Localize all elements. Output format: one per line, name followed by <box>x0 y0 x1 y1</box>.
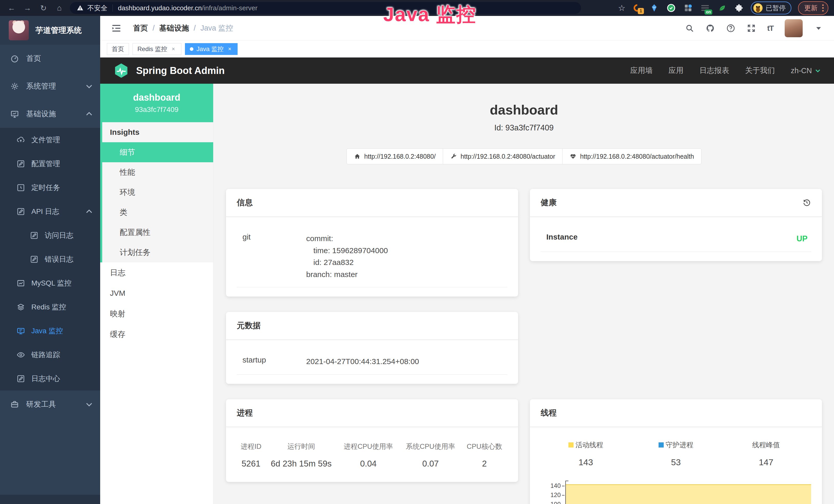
heart-pulse-icon <box>570 153 576 160</box>
sba-item-jvm[interactable]: JVM <box>100 283 213 303</box>
more-menu-icon[interactable] <box>822 4 824 12</box>
ext-leaf-icon[interactable] <box>717 3 727 13</box>
threads-chart: 140 120 100 <box>541 481 811 504</box>
sba-instance-header[interactable]: dashboard 93a3fc7f7409 <box>100 84 213 122</box>
sidebar-item-api-log[interactable]: API 日志 <box>0 200 100 223</box>
sba-item-config-props[interactable]: 配置属性 <box>100 222 213 243</box>
url-text: dashboard.yudao.iocoder.cn/infra/admin-s… <box>118 4 257 12</box>
ext-grid-icon[interactable] <box>683 3 693 13</box>
reload-icon[interactable]: ↻ <box>37 2 50 14</box>
sba-item-logfile[interactable]: 日志 <box>100 262 213 283</box>
service-url-button[interactable]: http://192.168.0.2:48080/ <box>347 148 443 164</box>
cards-grid: 信息 git commit: time: 1596289704000 id: 2… <box>226 189 822 504</box>
sidebar-item-file-manage[interactable]: 文件管理 <box>0 128 100 152</box>
actuator-url-button[interactable]: http://192.168.0.2:48080/actuator <box>443 148 563 164</box>
layers-icon <box>17 303 25 312</box>
sba-body: dashboard 93a3fc7f7409 Insights 细节 性能 环境… <box>100 84 834 504</box>
sba-item-scheduled-tasks[interactable]: 计划任务 <box>100 243 213 262</box>
bookmark-star-icon[interactable]: ☆ <box>618 3 626 13</box>
info-card: 信息 git commit: time: 1596289704000 id: 2… <box>226 189 518 297</box>
card-title: 信息 <box>237 197 253 208</box>
sidebar-item-java-monitor[interactable]: Java 监控 <box>0 319 100 343</box>
forward-icon[interactable]: → <box>21 2 35 14</box>
close-icon[interactable]: × <box>226 46 233 52</box>
caret-down-icon[interactable] <box>814 24 823 33</box>
app-logo-row[interactable]: 芋道管理系统 <box>0 16 100 45</box>
sidebar-item-redis-monitor[interactable]: Redis 监控 <box>0 295 100 319</box>
sba-item-environment[interactable]: 环境 <box>100 182 213 202</box>
table-row: startup 2021-04-27T00:44:31.254+08:00 <box>237 351 507 374</box>
search-icon[interactable] <box>685 24 694 33</box>
sba-insights-group: Insights 细节 性能 环境 类 配置属性 计划任务 <box>100 122 213 262</box>
ext-vue-devtools-icon[interactable] <box>666 3 676 13</box>
ext-badge: 1 <box>638 8 644 14</box>
home-icon[interactable]: ⌂ <box>52 2 66 14</box>
profile-paused-button[interactable]: 已暂停 <box>751 2 791 15</box>
sidebar-item-infra[interactable]: 基础设施 <box>0 100 100 128</box>
app-sidebar: 芋道管理系统 首页 系统管理 基础设施 文件管理 配置管理 定时任务 API 日… <box>0 16 100 504</box>
wrench-icon <box>450 153 457 160</box>
sba-nav-journal[interactable]: 日志报表 <box>699 66 729 76</box>
sba-brand-title[interactable]: Spring Boot Admin <box>136 65 225 76</box>
chevron-down-icon <box>814 67 821 74</box>
ext-switchyomega-icon[interactable]: on <box>700 3 710 13</box>
github-icon[interactable] <box>706 24 715 33</box>
help-icon[interactable] <box>726 24 736 33</box>
threads-chart-plot <box>565 481 811 504</box>
monitor-icon <box>10 110 19 118</box>
sidebar-item-home[interactable]: 首页 <box>0 45 100 72</box>
breadcrumb: 首页 / 基础设施 / Java 监控 <box>133 23 233 33</box>
hamburger-icon[interactable] <box>111 23 122 33</box>
sba-instance-name: dashboard <box>133 92 180 103</box>
chrome-update-button[interactable]: 更新 <box>798 1 828 15</box>
legend-item-daemon: 守护进程 53 <box>631 440 721 467</box>
sidebar-item-access-log[interactable]: 访问日志 <box>0 223 100 247</box>
metadata-value: 2021-04-27T00:44:31.254+08:00 <box>306 356 507 368</box>
fullscreen-icon[interactable] <box>747 24 756 33</box>
home-icon <box>354 153 360 160</box>
timer-icon <box>17 183 25 192</box>
sidebar-item-trace[interactable]: 链路追踪 <box>0 343 100 367</box>
sba-group-insights[interactable]: Insights <box>100 122 213 142</box>
avatar[interactable] <box>785 19 803 37</box>
address-bar[interactable]: 不安全 dashboard.yudao.iocoder.cn/infra/adm… <box>70 2 581 14</box>
back-icon[interactable]: ← <box>5 2 19 14</box>
chevron-down-icon <box>85 400 93 409</box>
sidebar-item-scheduled-job[interactable]: 定时任务 <box>0 176 100 200</box>
sba-nav-about[interactable]: 关于我们 <box>745 66 775 76</box>
tag-redis-monitor[interactable]: Redis 监控 × <box>133 43 181 55</box>
breadcrumb-home[interactable]: 首页 <box>133 23 148 33</box>
sidebar-item-dev-tools[interactable]: 研发工具 <box>0 391 100 418</box>
edit-icon <box>30 231 39 240</box>
warning-icon <box>76 4 84 12</box>
sba-nav-wall[interactable]: 应用墙 <box>630 66 653 76</box>
dashboard-icon <box>10 54 19 63</box>
sba-nav-applications[interactable]: 应用 <box>668 66 683 76</box>
sidebar-item-config-manage[interactable]: 配置管理 <box>0 152 100 176</box>
sba-item-metrics[interactable]: 性能 <box>100 162 213 182</box>
ext-puzzle-icon[interactable] <box>734 3 744 13</box>
health-url-button[interactable]: http://192.168.0.2:48080/actuator/health <box>562 148 701 164</box>
sidebar-item-system[interactable]: 系统管理 <box>0 72 100 100</box>
ext-gem-icon[interactable] <box>649 3 659 13</box>
sba-item-details[interactable]: 细节 <box>100 142 213 162</box>
sba-language-select[interactable]: zh-CN <box>791 67 821 75</box>
security-label[interactable]: 不安全 <box>87 4 107 13</box>
close-icon[interactable]: × <box>170 46 176 52</box>
sba-item-caches[interactable]: 缓存 <box>100 324 213 345</box>
tag-java-monitor[interactable]: Java 监控 × <box>185 43 238 55</box>
sba-nav: 应用墙 应用 日志报表 关于我们 zh-CN <box>630 66 821 76</box>
ext-colorzilla-icon[interactable]: 1 <box>632 3 642 13</box>
history-icon[interactable] <box>803 198 811 207</box>
font-size-icon[interactable]: tT <box>767 24 773 32</box>
sidebar-item-mysql-monitor[interactable]: MySQL 监控 <box>0 271 100 295</box>
sba-item-mappings[interactable]: 映射 <box>100 303 213 324</box>
sba-item-classes[interactable]: 类 <box>100 202 213 222</box>
tag-home[interactable]: 首页 <box>107 43 129 55</box>
breadcrumb-infra[interactable]: 基础设施 <box>159 23 189 33</box>
sidebar-item-log-center[interactable]: 日志中心 <box>0 367 100 391</box>
edit-icon <box>17 374 25 383</box>
spring-boot-admin-logo-icon <box>113 62 129 79</box>
sidebar-item-error-log[interactable]: 错误日志 <box>0 247 100 271</box>
java-monitor-icon <box>17 327 25 335</box>
